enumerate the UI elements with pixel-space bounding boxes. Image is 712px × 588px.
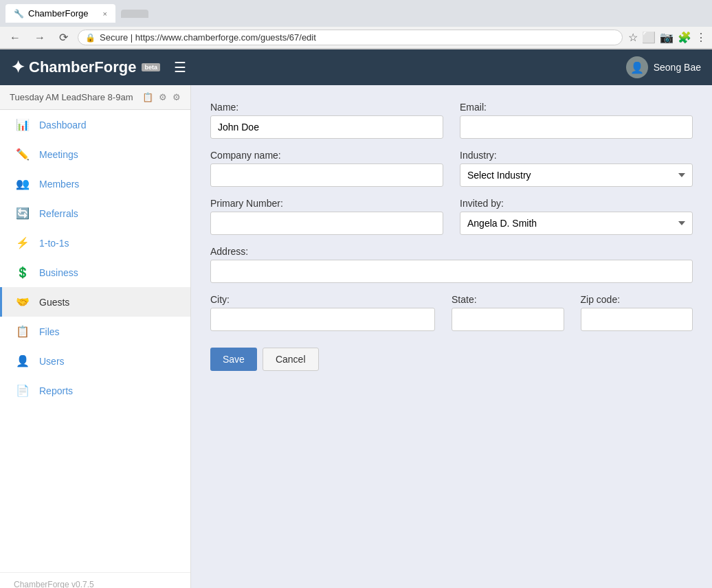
sidebar-label-reports: Reports <box>39 385 73 396</box>
name-field: Name: <box>210 102 443 139</box>
cancel-button[interactable]: Cancel <box>263 348 319 371</box>
app-logo: ✦ ChamberForge beta <box>11 58 160 77</box>
sidebar-label-business: Business <box>39 267 78 278</box>
sidebar-group-header: Tuesday AM LeadShare 8-9am 📋 ⚙ ⚙ <box>0 85 190 110</box>
sidebar-item-1to1s[interactable]: ⚡ 1-to-1s <box>0 228 190 258</box>
logo-icon: ✦ <box>11 58 25 77</box>
sidebar: Tuesday AM LeadShare 8-9am 📋 ⚙ ⚙ 📊 Dashb… <box>0 85 191 588</box>
app-body: Tuesday AM LeadShare 8-9am 📋 ⚙ ⚙ 📊 Dashb… <box>0 85 712 588</box>
browser-titlebar: 🔧 ChamberForge × <box>0 0 712 27</box>
sidebar-nav: 📊 Dashboard ✏️ Meetings 👥 Members 🔄 Refe… <box>0 110 190 572</box>
sidebar-item-meetings[interactable]: ✏️ Meetings <box>0 139 190 169</box>
tab-close-button[interactable]: × <box>103 10 107 18</box>
sidebar-action-copy[interactable]: 📋 <box>142 92 153 102</box>
star-button[interactable]: ☆ <box>628 31 638 44</box>
guest-edit-form: Name: Email: Company name: Industry: Sel… <box>210 102 693 371</box>
hamburger-button[interactable]: ☰ <box>174 59 186 76</box>
state-field: State: <box>452 294 564 331</box>
lock-icon: 🔒 <box>85 33 96 43</box>
company-field: Company name: <box>210 150 443 187</box>
sidebar-item-files[interactable]: 📋 Files <box>0 317 190 346</box>
members-icon: 👥 <box>16 177 30 190</box>
city-state-zip-row: City: State: Zip code: <box>210 294 693 331</box>
invited-by-select[interactable]: Angela D. Smith <box>460 212 693 235</box>
logo-text: ChamberForge <box>29 58 136 76</box>
sidebar-item-referrals[interactable]: 🔄 Referrals <box>0 199 190 228</box>
beta-badge: beta <box>142 63 160 71</box>
back-button[interactable]: ← <box>5 30 25 45</box>
sidebar-label-meetings: Meetings <box>39 149 78 160</box>
company-input[interactable] <box>210 163 443 187</box>
sidebar-item-reports[interactable]: 📄 Reports <box>0 376 190 405</box>
tab-favicon: 🔧 <box>14 9 24 19</box>
sidebar-label-dashboard: Dashboard <box>39 120 87 131</box>
primary-number-input[interactable] <box>210 212 443 235</box>
url-text: Secure | https://www.chamberforge.com/gu… <box>100 32 316 43</box>
invited-by-label: Invited by: <box>460 198 693 209</box>
save-button[interactable]: Save <box>210 348 257 371</box>
referrals-icon: 🔄 <box>16 207 30 220</box>
email-field: Email: <box>460 102 693 139</box>
extension-button[interactable]: 🧩 <box>678 31 691 44</box>
sidebar-label-referrals: Referrals <box>39 208 78 219</box>
primary-number-field: Primary Number: <box>210 198 443 235</box>
industry-label: Industry: <box>460 150 693 161</box>
form-actions: Save Cancel <box>210 348 693 371</box>
user-info: 👤 Seong Bae <box>626 56 701 78</box>
refresh-button[interactable]: ⟳ <box>55 30 72 45</box>
dashboard-icon: 📊 <box>16 118 30 131</box>
sidebar-group-actions: 📋 ⚙ ⚙ <box>142 92 181 102</box>
url-bar[interactable]: 🔒 Secure | https://www.chamberforge.com/… <box>78 30 623 45</box>
cast-button[interactable]: ⬜ <box>642 31 656 44</box>
sidebar-label-files: Files <box>39 326 60 337</box>
city-input[interactable] <box>210 308 435 331</box>
state-label: State: <box>452 294 564 305</box>
sidebar-item-members[interactable]: 👥 Members <box>0 169 190 199</box>
city-label: City: <box>210 294 435 305</box>
url-full: https://www.chamberforge.com/guests/67/e… <box>135 32 316 43</box>
sidebar-item-dashboard[interactable]: 📊 Dashboard <box>0 110 190 139</box>
menu-button[interactable]: ⋮ <box>696 31 707 44</box>
files-icon: 📋 <box>16 325 30 338</box>
forward-button[interactable]: → <box>30 30 49 45</box>
company-label: Company name: <box>210 150 443 161</box>
sidebar-action-settings1[interactable]: ⚙ <box>159 92 167 102</box>
industry-select[interactable]: Select Industry Agriculture Construction… <box>460 163 693 187</box>
address-field: Address: <box>210 246 693 283</box>
invited-by-field: Invited by: Angela D. Smith <box>460 198 693 235</box>
sidebar-item-business[interactable]: 💲 Business <box>0 258 190 287</box>
main-content: Name: Email: Company name: Industry: Sel… <box>191 85 712 588</box>
business-icon: 💲 <box>16 266 30 279</box>
app-header: ✦ ChamberForge beta ☰ 👤 Seong Bae <box>0 49 712 85</box>
screenshot-button[interactable]: 📷 <box>660 31 674 44</box>
address-input[interactable] <box>210 260 693 283</box>
sidebar-version: ChamberForge v0.7.5 <box>0 572 190 588</box>
browser-tab-active[interactable]: 🔧 ChamberForge × <box>5 4 115 23</box>
name-input[interactable] <box>210 115 443 139</box>
browser-nav: ← → ⟳ 🔒 Secure | https://www.chamberforg… <box>0 27 712 49</box>
industry-field: Industry: Select Industry Agriculture Co… <box>460 150 693 187</box>
tab-title: ChamberForge <box>28 8 88 19</box>
sidebar-item-guests[interactable]: 🤝 Guests <box>0 287 190 317</box>
browser-tab-inactive[interactable] <box>121 10 148 18</box>
users-icon: 👤 <box>16 354 30 368</box>
1to1s-icon: ⚡ <box>16 236 30 249</box>
user-name: Seong Bae <box>654 62 701 73</box>
sidebar-label-guests: Guests <box>39 297 69 308</box>
url-protocol: Secure <box>100 32 128 43</box>
email-input[interactable] <box>460 115 693 139</box>
zip-label: Zip code: <box>581 294 693 305</box>
primary-number-label: Primary Number: <box>210 198 443 209</box>
browser-chrome: 🔧 ChamberForge × ← → ⟳ 🔒 Secure | https:… <box>0 0 712 49</box>
sidebar-group-label: Tuesday AM LeadShare 8-9am <box>10 92 133 102</box>
name-label: Name: <box>210 102 443 113</box>
city-field: City: <box>210 294 435 331</box>
url-separator: | <box>131 32 135 43</box>
zip-input[interactable] <box>581 308 693 331</box>
state-input[interactable] <box>452 308 564 331</box>
reports-icon: 📄 <box>16 384 30 397</box>
email-label: Email: <box>460 102 693 113</box>
sidebar-action-settings2[interactable]: ⚙ <box>173 92 181 102</box>
sidebar-item-users[interactable]: 👤 Users <box>0 346 190 376</box>
zip-field: Zip code: <box>581 294 693 331</box>
